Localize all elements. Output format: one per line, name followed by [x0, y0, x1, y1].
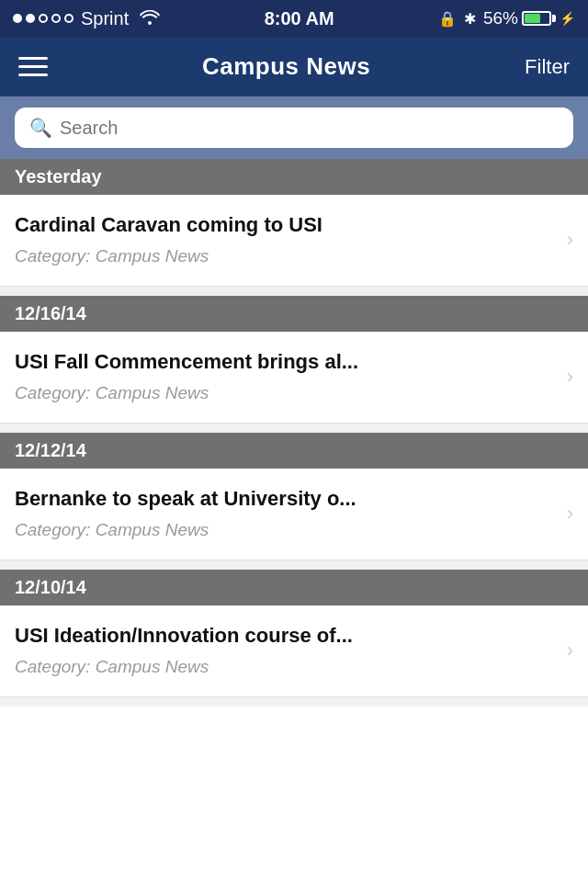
- item-spacer: [0, 560, 588, 570]
- hamburger-menu[interactable]: [18, 57, 48, 76]
- carrier-name: Sprint: [81, 8, 129, 29]
- wifi-icon: [140, 8, 160, 29]
- section-header-2: 12/12/14: [0, 433, 588, 469]
- battery-icon: [522, 11, 556, 26]
- chevron-right-icon: ›: [567, 639, 573, 662]
- news-item-content: Bernanke to speak at University o...Cate…: [15, 486, 558, 540]
- news-category: Category: Campus News: [15, 657, 558, 677]
- section-date-0: Yesterday: [15, 166, 102, 187]
- signal-dots: [13, 14, 74, 23]
- item-spacer: [0, 424, 588, 433]
- news-category: Category: Campus News: [15, 520, 558, 540]
- search-container: 🔍: [0, 96, 588, 159]
- section-date-3: 12/10/14: [15, 577, 86, 597]
- battery-tip: [552, 15, 556, 22]
- news-item[interactable]: USI Fall Commencement brings al...Catego…: [0, 332, 588, 424]
- search-input[interactable]: [60, 118, 559, 139]
- chevron-right-icon: ›: [567, 228, 573, 252]
- section-header-0: Yesterday: [0, 159, 588, 195]
- battery-fill: [525, 14, 540, 23]
- hamburger-line-1: [18, 57, 48, 60]
- status-right: 🔒 ✱ 56% ⚡: [438, 8, 575, 28]
- news-item[interactable]: Bernanke to speak at University o...Cate…: [0, 469, 588, 560]
- lock-icon: 🔒: [438, 10, 457, 28]
- item-spacer: [0, 287, 588, 296]
- page-title: Campus News: [202, 52, 370, 81]
- dot-1: [13, 14, 22, 23]
- news-title: Cardinal Caravan coming to USI: [15, 212, 558, 239]
- status-bar: Sprint 8:00 AM 🔒 ✱ 56% ⚡: [0, 0, 588, 37]
- battery-pct: 56%: [483, 8, 518, 28]
- nav-bar: Campus News Filter: [0, 37, 588, 96]
- section-date-1: 12/16/14: [15, 303, 86, 323]
- chevron-right-icon: ›: [567, 365, 573, 389]
- status-left: Sprint: [13, 8, 160, 29]
- news-item-content: USI Ideation/Innovation course of...Cate…: [15, 623, 558, 677]
- item-spacer: [0, 697, 588, 707]
- section-date-2: 12/12/14: [15, 440, 86, 460]
- section-header-3: 12/10/14: [0, 570, 588, 605]
- status-time: 8:00 AM: [265, 8, 334, 29]
- news-item-content: USI Fall Commencement brings al...Catego…: [15, 349, 558, 403]
- dot-2: [26, 14, 35, 23]
- hamburger-line-3: [18, 74, 48, 76]
- news-category: Category: Campus News: [15, 383, 558, 403]
- charge-bolt: ⚡: [560, 11, 575, 26]
- news-list: YesterdayCardinal Caravan coming to USIC…: [0, 159, 588, 707]
- news-item-content: Cardinal Caravan coming to USICategory: …: [15, 212, 558, 266]
- battery-area: 56% ⚡: [483, 8, 575, 28]
- chevron-right-icon: ›: [567, 502, 573, 526]
- search-icon: 🔍: [29, 117, 52, 139]
- news-item[interactable]: USI Ideation/Innovation course of...Cate…: [0, 605, 588, 697]
- section-header-1: 12/16/14: [0, 296, 588, 332]
- hamburger-line-2: [18, 65, 48, 68]
- dot-5: [64, 14, 74, 23]
- bluetooth-icon: ✱: [464, 10, 476, 28]
- news-title: Bernanke to speak at University o...: [15, 486, 558, 513]
- news-category: Category: Campus News: [15, 246, 558, 266]
- dot-4: [51, 14, 61, 23]
- news-item[interactable]: Cardinal Caravan coming to USICategory: …: [0, 195, 588, 287]
- news-title: USI Ideation/Innovation course of...: [15, 623, 558, 650]
- search-wrap: 🔍: [15, 107, 573, 148]
- dot-3: [39, 14, 48, 23]
- filter-button[interactable]: Filter: [525, 55, 570, 79]
- news-title: USI Fall Commencement brings al...: [15, 349, 558, 376]
